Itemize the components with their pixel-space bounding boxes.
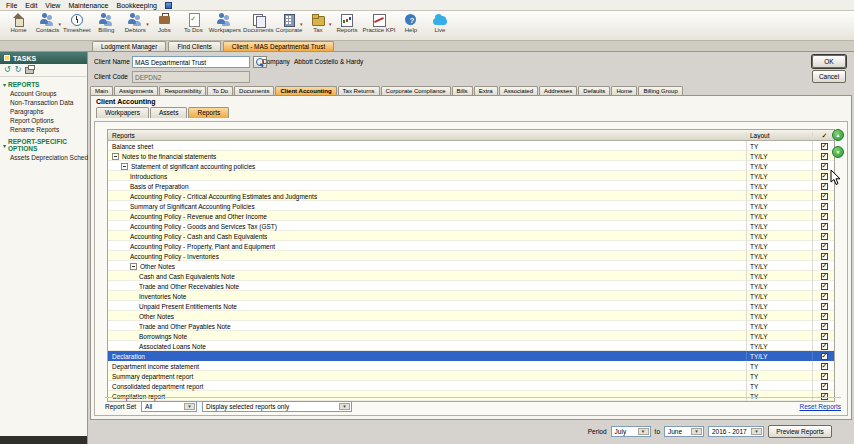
report-checkbox[interactable] xyxy=(821,333,828,340)
report-checkbox[interactable] xyxy=(821,183,828,190)
report-checkbox[interactable] xyxy=(821,223,828,230)
period-to-select[interactable]: June xyxy=(664,426,704,437)
sidebar-item-rename-reports[interactable]: Rename Reports xyxy=(0,125,87,134)
menu-item-file[interactable]: File xyxy=(2,2,21,9)
report-checkbox[interactable] xyxy=(821,293,828,300)
ok-button[interactable]: OK xyxy=(812,55,846,68)
subtab-assets[interactable]: Assets xyxy=(150,107,188,118)
table-row[interactable]: Accounting Policy - Property, Plant and … xyxy=(108,241,834,251)
report-checkbox[interactable] xyxy=(821,373,828,380)
cancel-button[interactable]: Cancel xyxy=(812,70,846,83)
toolbar-debtors[interactable]: ▾Debtors xyxy=(121,13,150,33)
menu-item-bookkeeping[interactable]: Bookkeeping xyxy=(112,2,160,9)
report-checkbox[interactable] xyxy=(821,203,828,210)
table-row[interactable]: Other NotesTY/LY xyxy=(108,311,834,321)
period-from-select[interactable]: July xyxy=(611,426,651,437)
toolbar-workpapers[interactable]: Workpapers xyxy=(208,13,242,33)
report-checkbox[interactable] xyxy=(821,253,828,260)
report-checkbox[interactable] xyxy=(821,363,828,370)
toolbar-help[interactable]: Help xyxy=(396,13,425,33)
move-up-button[interactable]: ▲ xyxy=(832,129,844,141)
subtab-workpapers[interactable]: Workpapers xyxy=(96,107,149,118)
report-checkbox[interactable] xyxy=(821,273,828,280)
tree-collapse-icon[interactable] xyxy=(130,263,137,270)
report-checkbox[interactable] xyxy=(821,303,828,310)
report-checkbox[interactable] xyxy=(821,263,828,270)
table-row[interactable]: Other NotesTY/LY xyxy=(108,261,834,271)
client-name-input[interactable] xyxy=(132,56,250,68)
sidebar-item-account-groups[interactable]: Account Groups xyxy=(0,89,87,98)
report-set-select[interactable]: All xyxy=(141,401,197,412)
table-row[interactable]: Accounting Policy - Critical Accounting … xyxy=(108,191,834,201)
toolbar-tax[interactable]: ▾Tax xyxy=(303,13,332,33)
sidebar-item-paragraphs[interactable]: Paragraphs xyxy=(0,107,87,116)
toolbar-timesheet[interactable]: Timesheet xyxy=(62,13,92,33)
table-row[interactable]: Inventories NoteTY/LY xyxy=(108,291,834,301)
report-checkbox[interactable] xyxy=(821,343,828,350)
refresh-icon[interactable]: ↺ xyxy=(4,66,11,74)
report-checkbox[interactable] xyxy=(821,193,828,200)
sidebar-item-report-options[interactable]: Report Options xyxy=(0,116,87,125)
sidebar-item-non-transaction-data[interactable]: Non-Transaction Data xyxy=(0,98,87,107)
table-row[interactable]: Balance sheetTY xyxy=(108,141,834,151)
toolbar-to-dos[interactable]: To Dos xyxy=(179,13,208,33)
report-checkbox[interactable] xyxy=(821,243,828,250)
tree-collapse-icon[interactable] xyxy=(112,153,119,160)
report-checkbox[interactable] xyxy=(821,163,828,170)
report-checkbox[interactable] xyxy=(821,173,828,180)
redo-icon[interactable]: ↻ xyxy=(15,66,22,74)
toolbar-live[interactable]: Live xyxy=(425,13,454,33)
table-row[interactable]: Consolidated department reportTY xyxy=(108,381,834,391)
table-row[interactable]: Associated Loans NoteTY/LY xyxy=(108,341,834,351)
toolbar-reports[interactable]: Reports xyxy=(332,13,361,33)
report-checkbox[interactable] xyxy=(821,143,828,150)
table-row[interactable]: DeclarationTY/LY xyxy=(108,351,834,361)
year-select[interactable]: 2016 - 2017 xyxy=(708,426,764,437)
table-row[interactable]: Accounting Policy - Cash and Cash Equiva… xyxy=(108,231,834,241)
menu-item-maintenance[interactable]: Maintenance xyxy=(64,2,112,9)
report-checkbox[interactable] xyxy=(821,383,828,390)
tab-lodgment-manager[interactable]: Lodgment Manager xyxy=(92,41,166,51)
table-row[interactable]: Unpaid Present Entitlements NoteTY/LY xyxy=(108,301,834,311)
toolbar-home[interactable]: Home xyxy=(4,13,33,33)
column-header-layout[interactable]: Layout xyxy=(746,132,812,139)
print-icon[interactable] xyxy=(25,67,34,74)
move-down-button[interactable]: ▼ xyxy=(832,146,844,158)
toolbar-corporate[interactable]: ▾Corporate xyxy=(274,13,303,33)
table-row[interactable]: Accounting Policy - Goods and Services T… xyxy=(108,221,834,231)
menu-item-view[interactable]: View xyxy=(41,2,64,9)
toolbar-jobs[interactable]: Jobs xyxy=(150,13,179,33)
table-row[interactable]: Trade and Other Receivables NoteTY/LY xyxy=(108,281,834,291)
table-row[interactable]: Summary of Significant Accounting Polici… xyxy=(108,201,834,211)
tree-collapse-icon[interactable] xyxy=(121,163,128,170)
table-row[interactable]: Basis of PreparationTY/LY xyxy=(108,181,834,191)
column-header-reports[interactable]: Reports xyxy=(108,132,746,139)
menu-item-edit[interactable]: Edit xyxy=(21,2,41,9)
table-row[interactable]: Borrowings NoteTY/LY xyxy=(108,331,834,341)
tab-client-mas-departmental-trust[interactable]: Client - MAS Departmental Trust xyxy=(223,41,335,51)
toolbar-billing[interactable]: Billing xyxy=(92,13,121,33)
toolbar-practice-kpi[interactable]: Practice KPI xyxy=(361,13,396,33)
toolbar-documents[interactable]: Documents xyxy=(242,13,274,33)
table-row[interactable]: Accounting Policy - InventoriesTY/LY xyxy=(108,251,834,261)
reset-reports-link[interactable]: Reset Reports xyxy=(799,403,841,410)
report-checkbox[interactable] xyxy=(821,353,828,360)
table-row[interactable]: Statement of significant accounting poli… xyxy=(108,161,834,171)
report-checkbox[interactable] xyxy=(821,213,828,220)
table-row[interactable]: Accounting Policy - Revenue and Other In… xyxy=(108,211,834,221)
table-row[interactable]: Cash and Cash Equivalents NoteTY/LY xyxy=(108,271,834,281)
table-row[interactable]: IntroductionsTY/LY xyxy=(108,171,834,181)
table-row[interactable]: Notes to the financial statementsTY/LY xyxy=(108,151,834,161)
subtab-reports[interactable]: Reports xyxy=(188,107,229,118)
report-checkbox[interactable] xyxy=(821,153,828,160)
table-row[interactable]: Trade and Other Payables NoteTY/LY xyxy=(108,321,834,331)
toolbar-contacts[interactable]: ▾Contacts xyxy=(33,13,62,33)
report-checkbox[interactable] xyxy=(821,323,828,330)
tab-find-clients[interactable]: Find Clients xyxy=(168,41,220,51)
report-checkbox[interactable] xyxy=(821,283,828,290)
report-checkbox[interactable] xyxy=(821,313,828,320)
table-row[interactable]: Department income statementTY xyxy=(108,361,834,371)
display-filter-select[interactable]: Display selected reports only xyxy=(202,401,352,412)
preview-reports-button[interactable]: Preview Reports xyxy=(768,425,832,438)
report-checkbox[interactable] xyxy=(821,233,828,240)
